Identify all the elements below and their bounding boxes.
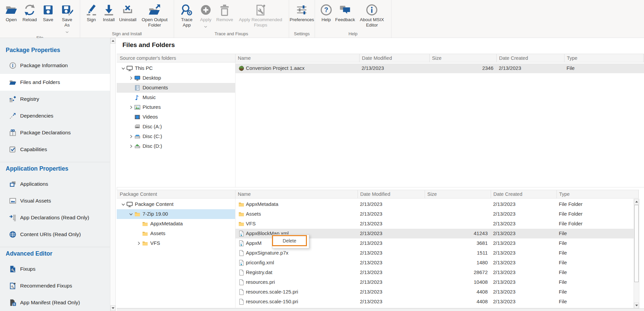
scrollbar-thumb[interactable] [634, 205, 639, 282]
expand-chevron-icon[interactable] [128, 134, 133, 139]
tree-row-label: Assets [150, 230, 165, 236]
list-row-assets[interactable]: Assets2/13/20232/13/2023File Folder [235, 209, 634, 219]
expand-chevron-icon[interactable] [128, 105, 133, 110]
column-header-name[interactable]: Name [235, 54, 360, 62]
horizontal-scroll-strip[interactable] [117, 308, 644, 311]
ribbon-button-open[interactable]: Open [3, 3, 19, 23]
list-row-appxsignature-p7x[interactable]: AppxSignature.p7x2/13/202315112/13/2023F… [235, 248, 634, 258]
list-row-appxmetadata[interactable]: AppxMetadata2/13/20232/13/2023File Folde… [235, 199, 634, 209]
sidebar-scrollbar[interactable] [110, 38, 116, 311]
sidebar-item-fixups[interactable]: Fixups [0, 261, 110, 277]
tree-row-vfs[interactable]: VFS [117, 238, 235, 248]
ribbon-button-trace-app[interactable]: Trace App [177, 3, 197, 28]
sidebar-item-package-information[interactable]: Package Information [0, 57, 110, 74]
save-icon [42, 3, 54, 16]
package-list-scrollbar[interactable] [634, 199, 639, 308]
sidebar-item-capabilities[interactable]: Capabilities [0, 141, 110, 158]
ribbon-group-label-trace-and-fixups: Trace and Fixups [174, 31, 289, 38]
tree-row-videos[interactable]: Videos [117, 112, 235, 122]
tree-row-desktop[interactable]: Desktop [117, 73, 235, 83]
expand-chevron-icon[interactable] [136, 241, 141, 246]
sign-icon [85, 3, 98, 16]
ribbon-button-apply[interactable]: Apply [198, 3, 214, 30]
collapse-chevron-icon[interactable] [121, 202, 126, 207]
tree-row-appxmetadata[interactable]: AppxMetadata [117, 219, 235, 229]
tree-row-this-pc[interactable]: This PC [117, 63, 235, 73]
tree-row-package-content[interactable]: Package Content [117, 199, 235, 209]
tree-row-disc-c[interactable]: Disc (C:) [117, 132, 235, 141]
floppy-drive-icon [134, 124, 141, 130]
recommended-fixups-icon [9, 282, 16, 290]
sidebar-item-content-uris-read-only[interactable]: Content URIs (Read Only) [0, 226, 110, 243]
column-header-size[interactable]: Size [425, 190, 491, 198]
context-menu-item-delete[interactable]: Delete [272, 235, 307, 246]
list-row-priconfig-xml[interactable]: priconfig.xml2/13/202314802/13/2023File [235, 258, 634, 268]
page-title: Files and Folders [122, 41, 175, 49]
collapse-chevron-icon[interactable] [121, 66, 126, 71]
ribbon-button-preferences[interactable]: Preferences [292, 3, 312, 23]
sidebar-item-package-declarations[interactable]: Package Declarations [0, 124, 110, 141]
scroll-down-icon[interactable] [110, 305, 115, 311]
ribbon-button-save[interactable]: Save [40, 3, 56, 23]
list-row-registry-dat[interactable]: Registry.dat2/13/2023286722/13/2023File [235, 268, 634, 277]
cell-type: File [559, 250, 633, 256]
ribbon-button-about-msix-editor[interactable]: About MSIX Editor [356, 3, 388, 28]
sidebar-item-app-manifest-read-only[interactable]: App Manifest (Read Only) [0, 294, 110, 311]
sidebar-item-recommended-fixups[interactable]: Recommended Fixups [0, 277, 110, 294]
ribbon-button-open-output-folder[interactable]: Open Output Folder [139, 3, 171, 28]
cell-date-modified: 2/13/2023 [360, 279, 424, 285]
ribbon-button-uninstall[interactable]: Uninstall [118, 3, 138, 23]
ribbon-button-save-as[interactable]: Save As [57, 3, 77, 35]
column-header-date-modified[interactable]: Date Modified [358, 190, 425, 198]
ribbon-button-reload[interactable]: Reload [20, 3, 39, 23]
list-row-resources-scale-125-pri[interactable]: resources.scale-125.pri2/13/202344082/13… [235, 287, 634, 297]
list-row-resources-pri[interactable]: resources.pri2/13/2023104082/13/2023File [235, 277, 634, 287]
ribbon-button-sign[interactable]: Sign [83, 3, 100, 23]
plain-doc-icon [238, 279, 245, 285]
sidebar-item-dependencies[interactable]: Dependencies [0, 107, 110, 124]
column-header-size[interactable]: Size [430, 54, 497, 62]
ribbon-group-label-sign-and-install: Sign and Install [80, 31, 174, 38]
sidebar-item-applications[interactable]: Applications [0, 176, 110, 192]
ribbon-button-remove[interactable]: Remove [215, 3, 234, 23]
sidebar-item-label: Fixups [20, 266, 36, 272]
tree-row-pictures[interactable]: Pictures [117, 102, 235, 112]
files-and-folders-page: Files and Folders Source computer's fold… [116, 38, 644, 311]
tree-row-disc-a[interactable]: Disc (A:) [117, 122, 235, 132]
column-header-date-modified[interactable]: Date Modified [360, 54, 430, 62]
ribbon-button-install[interactable]: Install [101, 3, 117, 23]
scroll-up-icon[interactable] [634, 199, 639, 205]
sidebar-item-files-and-folders[interactable]: Files and Folders [0, 74, 110, 91]
list-row-vfs[interactable]: VFS2/13/20232/13/2023File Folder [235, 219, 634, 229]
list-row-conversion-project-1-aacx[interactable]: Conversion Project 1.aacx2/13/202323462/… [235, 63, 644, 73]
expand-chevron-icon[interactable] [128, 144, 133, 149]
tree-row-assets[interactable]: Assets [117, 229, 235, 238]
tree-row-documents[interactable]: Documents [117, 83, 235, 93]
list-row-resources-scale-150-pri[interactable]: resources.scale-150.pri2/13/202344082/13… [235, 297, 634, 307]
collapse-chevron-icon[interactable] [128, 212, 133, 217]
ribbon-button-feedback[interactable]: Feedback [335, 3, 355, 23]
column-header-type[interactable]: Type [565, 54, 644, 62]
column-header-date-created[interactable]: Date Created [497, 54, 565, 62]
cell-size: 2346 [430, 65, 493, 71]
sidebar-item-registry[interactable]: Registry [0, 91, 110, 107]
tree-row-music[interactable]: Music [117, 93, 235, 102]
scroll-up-icon[interactable] [110, 38, 115, 44]
column-header-type[interactable]: Type [557, 190, 639, 198]
sidebar-item-visual-assets[interactable]: Visual Assets [0, 192, 110, 209]
column-header-name[interactable]: Name [235, 190, 358, 198]
chevron-down-icon[interactable] [65, 29, 69, 35]
scroll-down-icon[interactable] [634, 303, 639, 308]
tree-row-disc-d[interactable]: Disc (D:) [117, 141, 235, 151]
sidebar-item-app-declarations-read-only[interactable]: App Declarations (Read Only) [0, 209, 110, 226]
cell-date-modified: 2/13/2023 [360, 230, 424, 236]
ribbon-button-help[interactable]: ?Help [318, 3, 334, 23]
ribbon-button-apply-recommended-fixups[interactable]: Apply Recommended Fixups [235, 3, 286, 28]
column-header-date-created[interactable]: Date Created [491, 190, 557, 198]
expand-chevron-icon[interactable] [128, 76, 133, 81]
sidebar-item-label: Visual Assets [20, 198, 51, 204]
chevron-down-icon[interactable] [204, 23, 207, 29]
tree-row-7-zip-19-00[interactable]: 7-Zip 19.00 [117, 209, 235, 219]
sidebar-heading-advanced-editor: Advanced Editor [0, 247, 110, 261]
cell-size: 4408 [425, 289, 488, 295]
